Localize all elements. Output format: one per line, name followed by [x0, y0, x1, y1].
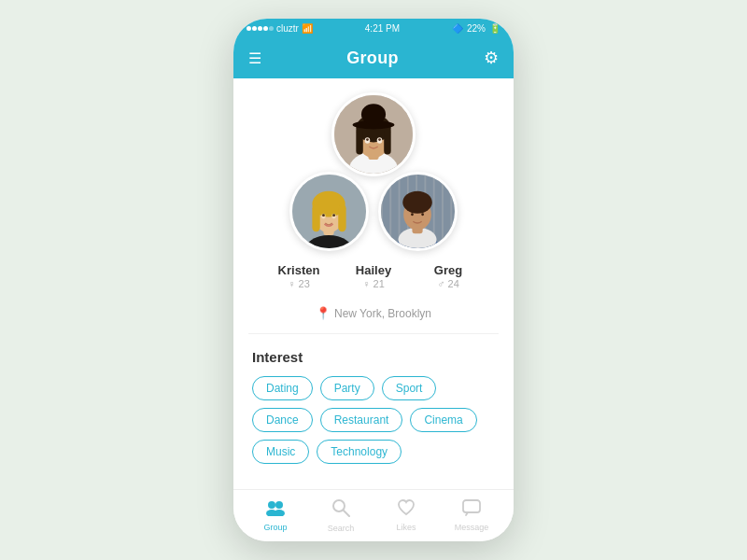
hailey-name: Hailey — [336, 263, 411, 277]
svg-point-23 — [322, 214, 325, 217]
likes-icon — [397, 499, 416, 521]
status-bar: cluztr 📶 4:21 PM 🔷 22% 🔋 — [233, 19, 514, 37]
svg-rect-34 — [450, 175, 452, 248]
phone-frame: cluztr 📶 4:21 PM 🔷 22% 🔋 ☰ Group ⚙ — [233, 19, 514, 541]
avatar-hailey[interactable] — [289, 172, 369, 251]
nav-message[interactable]: Message — [439, 499, 504, 532]
search-label: Search — [328, 524, 355, 533]
svg-rect-27 — [389, 175, 391, 248]
settings-icon[interactable]: ⚙ — [484, 48, 499, 68]
avatar-kristen[interactable] — [331, 92, 416, 176]
greg-age: ♂ 24 — [411, 278, 486, 289]
tags-container: DatingPartySportDanceRestaurantCinemaMus… — [252, 376, 495, 464]
svg-rect-19 — [312, 204, 319, 232]
nav-likes[interactable]: Likes — [374, 499, 439, 532]
group-icon — [265, 499, 286, 521]
svg-point-24 — [332, 214, 335, 217]
status-right: 🔷 22% 🔋 — [452, 23, 500, 34]
svg-point-12 — [366, 138, 369, 141]
search-icon — [331, 498, 350, 522]
kristen-age: ♀ 23 — [261, 278, 336, 289]
wifi-icon: 📶 — [302, 23, 313, 34]
group-label: Group — [263, 523, 287, 532]
header: ☰ Group ⚙ — [233, 37, 514, 78]
battery-text: 22% — [467, 23, 486, 34]
person-greg: Greg ♂ 24 — [411, 263, 486, 289]
interest-section: Interest DatingPartySportDanceRestaurant… — [233, 334, 514, 479]
location-text: New York, Brooklyn — [334, 307, 431, 320]
avatar-cluster — [280, 92, 467, 251]
message-label: Message — [455, 523, 489, 532]
svg-rect-6 — [356, 128, 362, 154]
time-text: 4:21 PM — [365, 23, 400, 34]
main-content: Kristen ♀ 23 Hailey ♀ 21 Greg ♂ 24 📍 New… — [233, 78, 514, 489]
interest-tag[interactable]: Technology — [317, 440, 402, 464]
location-pin-icon: 📍 — [316, 306, 331, 320]
svg-point-43 — [275, 501, 283, 509]
carrier-text: cluztr — [276, 23, 299, 34]
signal-dots — [247, 26, 274, 31]
bottom-nav: Group Search Likes — [233, 489, 514, 541]
interest-tag[interactable]: Dating — [252, 376, 313, 400]
svg-point-42 — [268, 501, 275, 509]
svg-rect-48 — [463, 500, 480, 512]
likes-label: Likes — [396, 523, 416, 532]
interest-tag[interactable]: Restaurant — [320, 408, 403, 432]
svg-line-47 — [344, 511, 349, 516]
svg-point-13 — [378, 138, 381, 141]
menu-icon[interactable]: ☰ — [248, 49, 261, 67]
svg-point-41 — [421, 213, 424, 216]
nav-group[interactable]: Group — [243, 499, 308, 532]
interest-tag[interactable]: Sport — [382, 376, 437, 400]
names-section: Kristen ♀ 23 Hailey ♀ 21 Greg ♂ 24 — [233, 256, 514, 301]
person-kristen: Kristen ♀ 23 — [261, 263, 336, 289]
message-icon — [462, 499, 481, 521]
interest-tag[interactable]: Music — [252, 440, 309, 464]
avatars-section — [233, 78, 514, 256]
nav-search[interactable]: Search — [308, 498, 374, 533]
interest-tag[interactable]: Dance — [252, 408, 313, 432]
kristen-name: Kristen — [261, 263, 336, 277]
svg-rect-7 — [384, 128, 390, 154]
svg-point-39 — [402, 191, 432, 214]
location-section: 📍 New York, Brooklyn — [233, 301, 514, 333]
greg-name: Greg — [411, 263, 486, 277]
svg-rect-20 — [338, 204, 345, 232]
svg-point-9 — [361, 104, 386, 124]
svg-rect-26 — [381, 175, 383, 248]
interest-tag[interactable]: Party — [320, 376, 374, 400]
svg-rect-33 — [442, 175, 444, 248]
interest-tag[interactable]: Cinema — [410, 408, 476, 432]
bluetooth-icon: 🔷 — [452, 23, 463, 34]
status-left: cluztr 📶 — [247, 23, 313, 34]
avatar-greg[interactable] — [378, 172, 458, 251]
interest-title: Interest — [252, 349, 495, 365]
svg-point-46 — [333, 500, 345, 511]
header-title: Group — [346, 49, 399, 68]
battery-icon: 🔋 — [489, 23, 500, 34]
hailey-age: ♀ 21 — [336, 278, 411, 289]
person-hailey: Hailey ♀ 21 — [336, 263, 411, 289]
svg-point-40 — [411, 213, 414, 216]
